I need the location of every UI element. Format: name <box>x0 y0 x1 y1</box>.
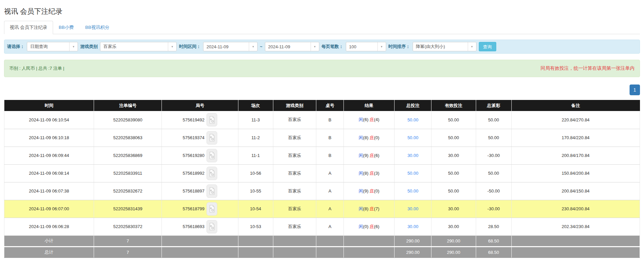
total-bet-link[interactable]: 30.00 <box>407 224 418 229</box>
column-header: 有效投注 <box>431 100 476 111</box>
cell-total-bet: 50.00 <box>395 111 431 129</box>
result-banker-value: (7) <box>374 206 379 211</box>
per-page-select[interactable]: 100 ▾ <box>346 42 386 51</box>
video-icon <box>209 116 215 124</box>
result-banker-label: 庄 <box>370 188 374 194</box>
result-player-label: 闲 <box>359 206 363 211</box>
page-1-button[interactable]: 1 <box>630 85 640 95</box>
cell-result: 闲(9) 庄(0) <box>343 182 394 200</box>
result-player-value: (9) <box>363 153 368 158</box>
game-type-label: 游戏类别 <box>80 44 98 50</box>
result-player-label: 闲 <box>359 153 363 158</box>
result-player-label: 闲 <box>359 135 363 140</box>
cell-round: 575618897 <box>162 182 238 200</box>
date-from-select[interactable]: 2024-11-09 ▾ <box>203 42 258 51</box>
cell-time: 2024-11-09 06:07:38 <box>4 182 94 200</box>
cell-session: 11-3 <box>238 111 273 129</box>
footer-empty-cell <box>511 246 640 258</box>
table-row: 2024-11-09 06:07:38522025832672575618897… <box>4 182 640 200</box>
tab-1[interactable]: BB小费 <box>53 21 80 34</box>
round-wrap: 575618799 <box>183 202 217 216</box>
footer-payout: 68.50 <box>476 246 511 258</box>
date-to-select[interactable]: 2024-11-09 ▾ <box>265 42 319 51</box>
cell-result: 闲(8) 庄(0) <box>343 129 394 147</box>
round-wrap: 575619280 <box>183 149 217 162</box>
summary-warning-note: 同局有效投注，统一计算在该局第一张注单内 <box>541 65 635 71</box>
column-header: 场次 <box>238 100 273 111</box>
cell-bet-id: 522025836869 <box>94 147 162 164</box>
cell-time: 2024-11-09 06:10:18 <box>4 129 94 147</box>
cell-payout: 50.00 <box>476 129 511 147</box>
cell-result: 闲(8) 庄(7) <box>343 200 394 218</box>
cell-valid-bet: 30.00 <box>431 200 476 218</box>
cell-payout: -30.00 <box>476 147 511 164</box>
tab-0[interactable]: 视讯 会员下注纪录 <box>4 21 53 34</box>
cell-valid-bet: 50.00 <box>431 129 476 147</box>
cell-game: 百家乐 <box>273 164 316 182</box>
footer-empty-cell <box>238 235 273 246</box>
query-type-select[interactable]: 日期查询 ▾ <box>27 42 78 51</box>
result-player-value: (0) <box>363 224 368 229</box>
total-bet-link[interactable]: 30.00 <box>407 206 418 211</box>
column-header: 游戏类别 <box>273 100 316 111</box>
game-type-select[interactable]: 百家乐 ▾ <box>100 42 177 51</box>
video-replay-button[interactable] <box>206 202 217 216</box>
total-bet-link[interactable]: 30.00 <box>407 153 418 158</box>
result-player-label: 闲 <box>359 224 363 229</box>
total-bet-link[interactable]: 50.00 <box>407 188 418 194</box>
tab-2[interactable]: BB视讯积分 <box>80 21 115 34</box>
video-replay-button[interactable] <box>206 184 217 198</box>
cell-remark: 200.84/170.84 <box>511 147 640 164</box>
round-number: 575618799 <box>183 206 204 211</box>
result-banker-label: 庄 <box>370 153 374 158</box>
cell-session: 10-55 <box>238 182 273 200</box>
result-banker-label: 庄 <box>370 224 374 229</box>
cell-valid-bet: 30.00 <box>431 147 476 164</box>
result-player-value: (8) <box>363 206 368 211</box>
table-row: 2024-11-09 06:08:14522025833911575618992… <box>4 164 640 182</box>
video-replay-button[interactable] <box>206 113 217 126</box>
footer-empty-cell <box>273 246 316 258</box>
cell-bet-id: 522025833911 <box>94 164 162 182</box>
cell-payout: -30.00 <box>476 200 511 218</box>
cell-round: 575619492 <box>162 111 238 129</box>
footer-total-bet: 290.00 <box>395 246 431 258</box>
round-wrap: 575618992 <box>183 167 217 180</box>
total-bet-link[interactable]: 50.00 <box>407 117 418 122</box>
result-banker-value: (0) <box>374 188 379 194</box>
total-bet-link[interactable]: 50.00 <box>407 171 418 176</box>
total-row: 总计7290.00290.0068.50 <box>4 246 640 258</box>
cell-game: 百家乐 <box>273 147 316 164</box>
cell-payout: 50.00 <box>476 164 511 182</box>
table-header-row: 时间注单编号局号场次游戏类别桌号结果总投注有效投注总派彩备注 <box>4 100 640 111</box>
video-replay-button[interactable] <box>206 149 217 162</box>
cell-table-code: B <box>316 129 343 147</box>
chevron-down-icon: ▾ <box>311 42 319 51</box>
page: 视讯 会员下注纪录 视讯 会员下注纪录BB小费BB视讯积分 请选择： 日期查询 … <box>0 0 644 258</box>
video-replay-button[interactable] <box>206 220 217 233</box>
cell-time: 2024-11-09 06:09:44 <box>4 147 94 164</box>
time-sort-select[interactable]: 降冪(由大到小) ▾ <box>413 42 476 51</box>
round-number: 575619280 <box>183 153 204 158</box>
cell-remark: 202.34/230.84 <box>511 218 640 235</box>
chevron-down-icon: ▾ <box>377 42 386 51</box>
cell-round: 575618693 <box>162 218 238 235</box>
round-wrap: 575618693 <box>183 220 217 233</box>
bet-records-table: 时间注单编号局号场次游戏类别桌号结果总投注有效投注总派彩备注 2024-11-0… <box>4 100 640 258</box>
total-bet-link[interactable]: 50.00 <box>407 135 418 140</box>
result-banker-value: (6) <box>374 153 379 158</box>
table-row: 2024-11-09 06:10:54522025839080575619492… <box>4 111 640 129</box>
result-banker-value: (6) <box>374 224 379 229</box>
search-button[interactable]: 查询 <box>479 42 496 51</box>
video-replay-button[interactable] <box>206 167 217 180</box>
round-number: 575618992 <box>183 171 204 176</box>
video-replay-button[interactable] <box>206 131 217 145</box>
table-row: 2024-11-09 06:09:44522025836869575619280… <box>4 147 640 164</box>
cell-total-bet: 30.00 <box>395 218 431 235</box>
cell-session: 11-1 <box>238 147 273 164</box>
cell-valid-bet: 50.00 <box>431 111 476 129</box>
column-header: 局号 <box>162 100 238 111</box>
result-banker-value: (0) <box>374 135 379 140</box>
result-banker-value: (4) <box>374 117 379 122</box>
cell-bet-id: 522025831439 <box>94 200 162 218</box>
